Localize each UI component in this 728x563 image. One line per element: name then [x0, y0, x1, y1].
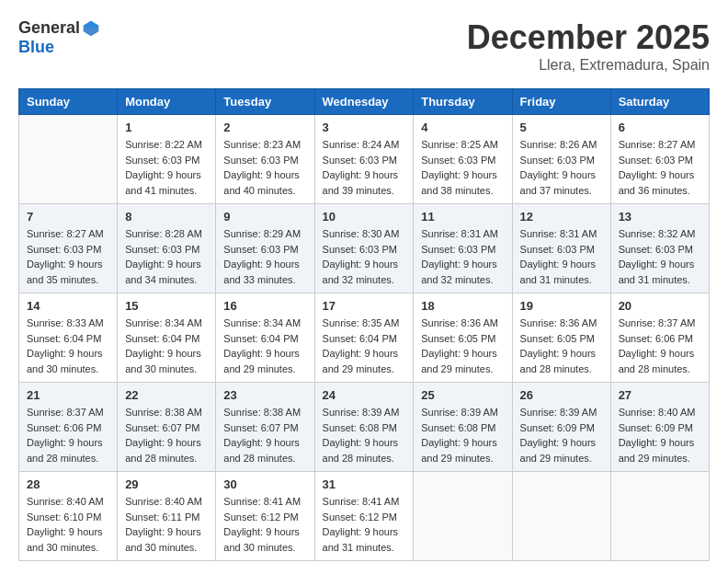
calendar-cell: 6Sunrise: 8:27 AMSunset: 6:03 PMDaylight… [610, 115, 709, 204]
day-info: Sunrise: 8:36 AMSunset: 6:05 PMDaylight:… [520, 316, 603, 376]
calendar-cell: 16Sunrise: 8:34 AMSunset: 6:04 PMDayligh… [216, 293, 314, 383]
day-number: 3 [323, 121, 406, 134]
day-number: 21 [27, 388, 109, 402]
day-number: 26 [520, 388, 603, 402]
day-number: 12 [520, 210, 603, 224]
day-info: Sunrise: 8:37 AMSunset: 6:06 PMDaylight:… [27, 405, 109, 465]
logo-general: General [18, 18, 80, 38]
calendar-cell: 31Sunrise: 8:41 AMSunset: 6:12 PMDayligh… [314, 472, 414, 561]
weekday-header-sunday: Sunday [19, 89, 118, 115]
calendar-cell: 23Sunrise: 8:38 AMSunset: 6:07 PMDayligh… [216, 383, 314, 472]
day-number: 1 [125, 121, 208, 134]
calendar-cell: 21Sunrise: 8:37 AMSunset: 6:06 PMDayligh… [19, 383, 118, 472]
day-number: 29 [125, 477, 208, 491]
calendar-cell: 11Sunrise: 8:31 AMSunset: 6:03 PMDayligh… [414, 204, 512, 293]
calendar-cell: 26Sunrise: 8:39 AMSunset: 6:09 PMDayligh… [512, 383, 610, 472]
day-info: Sunrise: 8:39 AMSunset: 6:09 PMDaylight:… [520, 405, 603, 465]
day-number: 19 [520, 299, 603, 313]
calendar-cell: 30Sunrise: 8:41 AMSunset: 6:12 PMDayligh… [216, 472, 314, 561]
calendar-cell: 17Sunrise: 8:35 AMSunset: 6:04 PMDayligh… [314, 293, 414, 383]
calendar-cell: 27Sunrise: 8:40 AMSunset: 6:09 PMDayligh… [610, 383, 709, 472]
weekday-header-tuesday: Tuesday [216, 89, 314, 115]
day-info: Sunrise: 8:31 AMSunset: 6:03 PMDaylight:… [520, 226, 603, 287]
calendar-cell: 4Sunrise: 8:25 AMSunset: 6:03 PMDaylight… [414, 115, 512, 204]
calendar-cell: 22Sunrise: 8:38 AMSunset: 6:07 PMDayligh… [118, 383, 216, 472]
day-number: 30 [223, 477, 306, 491]
weekday-header-saturday: Saturday [610, 89, 709, 115]
day-info: Sunrise: 8:38 AMSunset: 6:07 PMDaylight:… [223, 405, 306, 465]
day-info: Sunrise: 8:32 AMSunset: 6:03 PMDaylight:… [619, 226, 701, 287]
weekday-header-friday: Friday [512, 89, 610, 115]
day-number: 11 [421, 210, 504, 224]
day-info: Sunrise: 8:27 AMSunset: 6:03 PMDaylight:… [619, 137, 701, 198]
weekday-header-thursday: Thursday [414, 89, 512, 115]
day-number: 4 [421, 121, 504, 134]
day-info: Sunrise: 8:40 AMSunset: 6:10 PMDaylight:… [27, 494, 109, 555]
day-info: Sunrise: 8:27 AMSunset: 6:03 PMDaylight:… [27, 226, 109, 287]
logo: General Blue [18, 18, 104, 57]
calendar-cell: 24Sunrise: 8:39 AMSunset: 6:08 PMDayligh… [314, 383, 414, 472]
calendar-cell: 14Sunrise: 8:33 AMSunset: 6:04 PMDayligh… [19, 293, 118, 383]
location: Llera, Extremadura, Spain [467, 57, 710, 74]
day-info: Sunrise: 8:39 AMSunset: 6:08 PMDaylight:… [323, 405, 406, 465]
calendar-cell [19, 115, 118, 204]
day-number: 22 [125, 388, 208, 402]
calendar-week-row: 7Sunrise: 8:27 AMSunset: 6:03 PMDaylight… [19, 204, 710, 293]
day-info: Sunrise: 8:31 AMSunset: 6:03 PMDaylight:… [421, 226, 504, 287]
calendar-week-row: 21Sunrise: 8:37 AMSunset: 6:06 PMDayligh… [19, 383, 710, 472]
weekday-header-monday: Monday [118, 89, 216, 115]
calendar-cell [610, 472, 709, 561]
day-number: 31 [323, 477, 406, 491]
day-info: Sunrise: 8:37 AMSunset: 6:06 PMDaylight:… [619, 316, 701, 376]
day-number: 27 [619, 388, 701, 402]
day-number: 13 [619, 210, 701, 224]
day-number: 18 [421, 299, 504, 313]
day-number: 28 [27, 477, 109, 491]
day-number: 8 [125, 210, 208, 224]
calendar-header-row: SundayMondayTuesdayWednesdayThursdayFrid… [19, 89, 710, 115]
calendar-table: SundayMondayTuesdayWednesdayThursdayFrid… [18, 88, 710, 561]
logo-blue: Blue [18, 38, 104, 57]
day-number: 16 [223, 299, 306, 313]
title-block: December 2025 Llera, Extremadura, Spain [467, 18, 710, 74]
page-header: General Blue December 2025 Llera, Extrem… [18, 18, 710, 74]
day-number: 20 [619, 299, 701, 313]
day-info: Sunrise: 8:35 AMSunset: 6:04 PMDaylight:… [323, 316, 406, 376]
day-number: 7 [27, 210, 109, 224]
day-info: Sunrise: 8:41 AMSunset: 6:12 PMDaylight:… [223, 494, 306, 555]
day-info: Sunrise: 8:34 AMSunset: 6:04 PMDaylight:… [223, 316, 306, 376]
calendar-cell: 20Sunrise: 8:37 AMSunset: 6:06 PMDayligh… [610, 293, 709, 383]
calendar-week-row: 28Sunrise: 8:40 AMSunset: 6:10 PMDayligh… [19, 472, 710, 561]
calendar-cell: 2Sunrise: 8:23 AMSunset: 6:03 PMDaylight… [216, 115, 314, 204]
calendar-cell: 13Sunrise: 8:32 AMSunset: 6:03 PMDayligh… [610, 204, 709, 293]
logo-icon [82, 19, 100, 38]
calendar-cell: 12Sunrise: 8:31 AMSunset: 6:03 PMDayligh… [512, 204, 610, 293]
calendar-cell: 5Sunrise: 8:26 AMSunset: 6:03 PMDaylight… [512, 115, 610, 204]
calendar-week-row: 14Sunrise: 8:33 AMSunset: 6:04 PMDayligh… [19, 293, 710, 383]
day-info: Sunrise: 8:41 AMSunset: 6:12 PMDaylight:… [323, 494, 406, 555]
calendar-cell: 10Sunrise: 8:30 AMSunset: 6:03 PMDayligh… [314, 204, 414, 293]
weekday-header-wednesday: Wednesday [314, 89, 414, 115]
calendar-cell: 7Sunrise: 8:27 AMSunset: 6:03 PMDaylight… [19, 204, 118, 293]
day-info: Sunrise: 8:38 AMSunset: 6:07 PMDaylight:… [125, 405, 208, 465]
day-info: Sunrise: 8:39 AMSunset: 6:08 PMDaylight:… [421, 405, 504, 465]
day-info: Sunrise: 8:30 AMSunset: 6:03 PMDaylight:… [323, 226, 406, 287]
day-info: Sunrise: 8:25 AMSunset: 6:03 PMDaylight:… [421, 137, 504, 198]
calendar-cell: 15Sunrise: 8:34 AMSunset: 6:04 PMDayligh… [118, 293, 216, 383]
day-info: Sunrise: 8:22 AMSunset: 6:03 PMDaylight:… [125, 137, 208, 198]
calendar-cell: 3Sunrise: 8:24 AMSunset: 6:03 PMDaylight… [314, 115, 414, 204]
day-number: 9 [223, 210, 306, 224]
day-info: Sunrise: 8:26 AMSunset: 6:03 PMDaylight:… [520, 137, 603, 198]
day-info: Sunrise: 8:28 AMSunset: 6:03 PMDaylight:… [125, 226, 208, 287]
day-number: 14 [27, 299, 109, 313]
day-number: 2 [223, 121, 306, 134]
day-number: 15 [125, 299, 208, 313]
calendar-cell: 18Sunrise: 8:36 AMSunset: 6:05 PMDayligh… [414, 293, 512, 383]
calendar-cell: 29Sunrise: 8:40 AMSunset: 6:11 PMDayligh… [118, 472, 216, 561]
calendar-cell: 25Sunrise: 8:39 AMSunset: 6:08 PMDayligh… [414, 383, 512, 472]
day-info: Sunrise: 8:24 AMSunset: 6:03 PMDaylight:… [323, 137, 406, 198]
day-info: Sunrise: 8:34 AMSunset: 6:04 PMDaylight:… [125, 316, 208, 376]
day-info: Sunrise: 8:29 AMSunset: 6:03 PMDaylight:… [223, 226, 306, 287]
calendar-cell: 19Sunrise: 8:36 AMSunset: 6:05 PMDayligh… [512, 293, 610, 383]
calendar-cell: 1Sunrise: 8:22 AMSunset: 6:03 PMDaylight… [118, 115, 216, 204]
